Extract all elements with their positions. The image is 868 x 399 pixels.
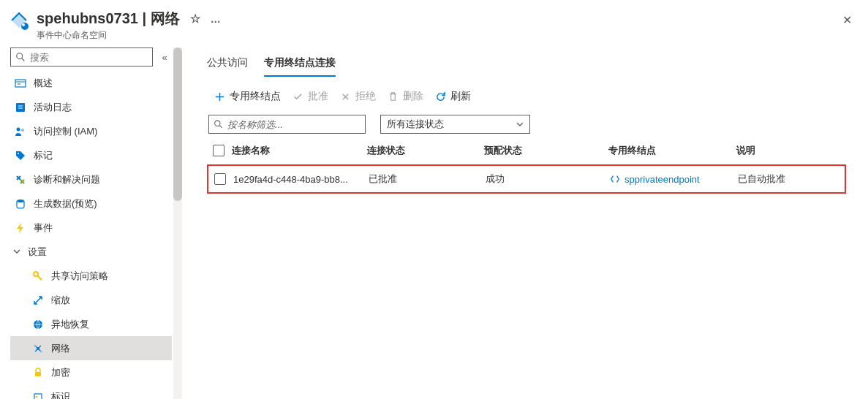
globe-icon [32, 319, 44, 330]
network-icon [32, 343, 44, 354]
svg-point-22 [215, 121, 220, 126]
page-title: spehubns0731 | 网络 [37, 9, 180, 28]
refresh-button[interactable]: 刷新 [435, 90, 471, 103]
sidebar-item-diagnose[interactable]: 诊断和解决问题 [10, 167, 172, 191]
lightning-icon [15, 222, 26, 234]
tab-public-access[interactable]: 公共访问 [207, 56, 248, 77]
favorite-star-icon[interactable]: ☆ [190, 12, 200, 26]
sidebar-item-scale[interactable]: 缩放 [10, 288, 172, 312]
sidebar-item-generate-data[interactable]: 生成数据(预览) [10, 191, 172, 216]
diagnose-icon [15, 174, 26, 186]
svg-point-17 [34, 344, 37, 346]
cell-connection-state: 已批准 [369, 172, 486, 186]
sidebar-group-settings[interactable]: 设置 [10, 240, 172, 264]
filter-state-dropdown[interactable]: 所有连接状态 [380, 115, 530, 134]
sidebar-item-identity[interactable]: 标识 [10, 384, 172, 399]
sidebar-item-events[interactable]: 事件 [10, 216, 172, 240]
search-icon [214, 119, 223, 129]
page-subtitle: 事件中心命名空间 [37, 29, 853, 42]
select-all-checkbox[interactable] [213, 145, 224, 156]
col-endpoint[interactable]: 专用终结点 [608, 144, 736, 157]
svg-rect-7 [16, 103, 25, 112]
svg-rect-20 [34, 394, 42, 400]
svg-point-18 [40, 350, 42, 352]
lock-icon [32, 367, 44, 379]
svg-point-21 [36, 395, 38, 398]
more-menu-icon[interactable]: … [211, 13, 222, 25]
sidebar-item-iam[interactable]: 访问控制 (IAM) [10, 119, 172, 143]
endpoint-link[interactable]: spprivateendpoint [624, 174, 700, 185]
svg-line-23 [219, 126, 222, 128]
scale-icon [32, 294, 44, 306]
trash-icon [388, 91, 399, 102]
sidebar-item-tags[interactable]: 标记 [10, 143, 172, 167]
plus-icon [214, 91, 225, 102]
reject-button[interactable]: 拒绝 [340, 90, 376, 103]
close-icon[interactable]: ✕ [842, 13, 852, 27]
col-connection-state[interactable]: 连接状态 [367, 144, 484, 157]
sidebar-item-network[interactable]: 网络 [10, 336, 172, 360]
sidebar-search-input[interactable] [10, 48, 153, 66]
svg-point-16 [37, 347, 39, 350]
svg-rect-4 [15, 80, 26, 87]
svg-point-12 [18, 153, 19, 154]
svg-line-3 [22, 58, 25, 61]
collapse-sidebar-icon[interactable]: « [157, 50, 172, 64]
sidebar-item-geo-recovery[interactable]: 异地恢复 [10, 312, 172, 336]
row-checkbox[interactable] [214, 173, 226, 185]
table-row[interactable]: 1e29fa4d-c448-4ba9-bb8... 已批准 成功 sppriva… [207, 164, 846, 194]
sidebar-item-overview[interactable]: 概述 [10, 71, 172, 95]
activity-log-icon [15, 102, 26, 113]
col-connection-name[interactable]: 连接名称 [232, 144, 367, 157]
svg-point-1 [22, 23, 25, 26]
resource-icon [9, 10, 29, 31]
svg-point-11 [21, 129, 24, 132]
filter-name-input[interactable] [208, 115, 366, 134]
svg-point-13 [17, 200, 24, 202]
add-endpoint-button[interactable]: 专用终结点 [214, 90, 281, 103]
col-description[interactable]: 说明 [736, 144, 840, 157]
svg-point-0 [21, 23, 29, 30]
col-provision-state[interactable]: 预配状态 [484, 144, 608, 157]
cell-connection-name: 1e29fa4d-c448-4ba9-bb8... [233, 174, 369, 185]
delete-button[interactable]: 删除 [388, 90, 423, 103]
key-icon [32, 270, 44, 282]
approve-button[interactable]: 批准 [293, 90, 328, 103]
iam-icon [15, 126, 26, 137]
chevron-down-icon [13, 246, 22, 257]
sidebar-item-shared-access[interactable]: 共享访问策略 [10, 264, 172, 288]
check-icon [293, 91, 303, 102]
table-header: 连接名称 连接状态 预配状态 专用终结点 说明 [207, 137, 846, 164]
overview-icon [15, 77, 26, 89]
sidebar-scrollbar[interactable] [172, 48, 185, 399]
tab-private-endpoint[interactable]: 专用终结点连接 [264, 56, 336, 77]
cell-description: 已自动批准 [738, 172, 839, 186]
chevron-down-icon [516, 121, 524, 128]
sidebar-item-activity[interactable]: 活动日志 [10, 95, 172, 119]
identity-icon [32, 391, 44, 400]
cell-provision-state: 成功 [486, 172, 610, 186]
database-icon [15, 198, 26, 210]
tag-icon [15, 150, 26, 162]
svg-rect-19 [35, 372, 41, 376]
svg-point-2 [17, 53, 23, 59]
endpoint-icon [610, 174, 620, 184]
sidebar-item-encrypt[interactable]: 加密 [10, 360, 172, 384]
search-icon [15, 52, 26, 62]
refresh-icon [435, 91, 446, 102]
svg-point-10 [17, 127, 20, 131]
x-icon [340, 91, 351, 102]
